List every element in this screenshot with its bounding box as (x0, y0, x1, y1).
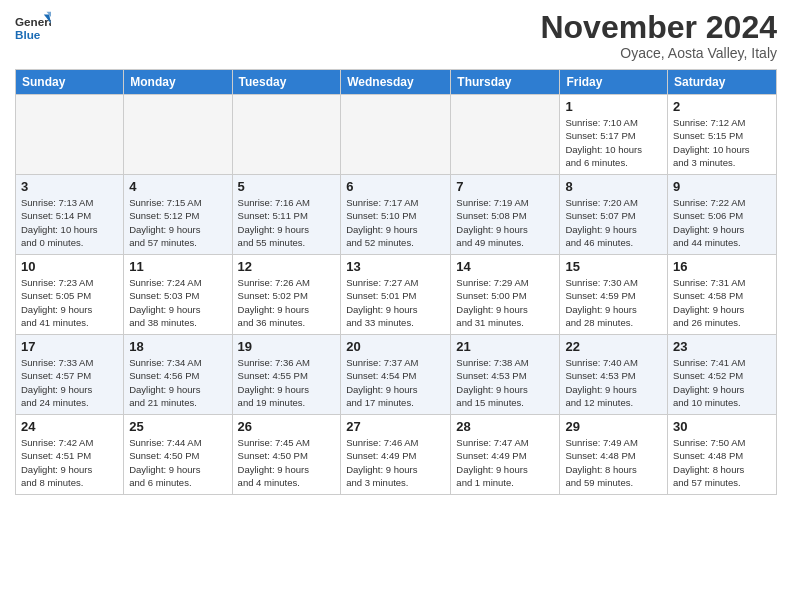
day-number: 9 (673, 179, 771, 194)
title-block: November 2024 Oyace, Aosta Valley, Italy (540, 10, 777, 61)
calendar-week-row: 10Sunrise: 7:23 AM Sunset: 5:05 PM Dayli… (16, 255, 777, 335)
calendar-week-row: 24Sunrise: 7:42 AM Sunset: 4:51 PM Dayli… (16, 415, 777, 495)
calendar-header-row: Sunday Monday Tuesday Wednesday Thursday… (16, 70, 777, 95)
day-info: Sunrise: 7:17 AM Sunset: 5:10 PM Dayligh… (346, 196, 445, 249)
day-info: Sunrise: 7:37 AM Sunset: 4:54 PM Dayligh… (346, 356, 445, 409)
table-row (16, 95, 124, 175)
day-number: 14 (456, 259, 554, 274)
table-row: 30Sunrise: 7:50 AM Sunset: 4:48 PM Dayli… (668, 415, 777, 495)
calendar-table: Sunday Monday Tuesday Wednesday Thursday… (15, 69, 777, 495)
table-row: 1Sunrise: 7:10 AM Sunset: 5:17 PM Daylig… (560, 95, 668, 175)
table-row (232, 95, 341, 175)
day-number: 29 (565, 419, 662, 434)
table-row: 22Sunrise: 7:40 AM Sunset: 4:53 PM Dayli… (560, 335, 668, 415)
table-row: 3Sunrise: 7:13 AM Sunset: 5:14 PM Daylig… (16, 175, 124, 255)
day-info: Sunrise: 7:46 AM Sunset: 4:49 PM Dayligh… (346, 436, 445, 489)
day-number: 28 (456, 419, 554, 434)
day-info: Sunrise: 7:33 AM Sunset: 4:57 PM Dayligh… (21, 356, 118, 409)
day-info: Sunrise: 7:38 AM Sunset: 4:53 PM Dayligh… (456, 356, 554, 409)
calendar-week-row: 3Sunrise: 7:13 AM Sunset: 5:14 PM Daylig… (16, 175, 777, 255)
table-row: 28Sunrise: 7:47 AM Sunset: 4:49 PM Dayli… (451, 415, 560, 495)
day-number: 25 (129, 419, 226, 434)
table-row (124, 95, 232, 175)
table-row: 16Sunrise: 7:31 AM Sunset: 4:58 PM Dayli… (668, 255, 777, 335)
table-row: 19Sunrise: 7:36 AM Sunset: 4:55 PM Dayli… (232, 335, 341, 415)
day-info: Sunrise: 7:22 AM Sunset: 5:06 PM Dayligh… (673, 196, 771, 249)
day-info: Sunrise: 7:23 AM Sunset: 5:05 PM Dayligh… (21, 276, 118, 329)
day-info: Sunrise: 7:49 AM Sunset: 4:48 PM Dayligh… (565, 436, 662, 489)
table-row: 21Sunrise: 7:38 AM Sunset: 4:53 PM Dayli… (451, 335, 560, 415)
table-row: 14Sunrise: 7:29 AM Sunset: 5:00 PM Dayli… (451, 255, 560, 335)
table-row: 12Sunrise: 7:26 AM Sunset: 5:02 PM Dayli… (232, 255, 341, 335)
table-row: 27Sunrise: 7:46 AM Sunset: 4:49 PM Dayli… (341, 415, 451, 495)
day-number: 4 (129, 179, 226, 194)
day-info: Sunrise: 7:12 AM Sunset: 5:15 PM Dayligh… (673, 116, 771, 169)
logo-icon: General Blue (15, 10, 51, 46)
table-row: 9Sunrise: 7:22 AM Sunset: 5:06 PM Daylig… (668, 175, 777, 255)
svg-text:General: General (15, 15, 51, 28)
day-info: Sunrise: 7:34 AM Sunset: 4:56 PM Dayligh… (129, 356, 226, 409)
day-number: 3 (21, 179, 118, 194)
day-number: 7 (456, 179, 554, 194)
day-number: 18 (129, 339, 226, 354)
table-row: 29Sunrise: 7:49 AM Sunset: 4:48 PM Dayli… (560, 415, 668, 495)
table-row: 25Sunrise: 7:44 AM Sunset: 4:50 PM Dayli… (124, 415, 232, 495)
day-number: 8 (565, 179, 662, 194)
day-info: Sunrise: 7:16 AM Sunset: 5:11 PM Dayligh… (238, 196, 336, 249)
table-row: 18Sunrise: 7:34 AM Sunset: 4:56 PM Dayli… (124, 335, 232, 415)
day-number: 19 (238, 339, 336, 354)
day-number: 20 (346, 339, 445, 354)
day-number: 21 (456, 339, 554, 354)
day-info: Sunrise: 7:30 AM Sunset: 4:59 PM Dayligh… (565, 276, 662, 329)
day-info: Sunrise: 7:29 AM Sunset: 5:00 PM Dayligh… (456, 276, 554, 329)
table-row: 2Sunrise: 7:12 AM Sunset: 5:15 PM Daylig… (668, 95, 777, 175)
day-info: Sunrise: 7:42 AM Sunset: 4:51 PM Dayligh… (21, 436, 118, 489)
day-number: 27 (346, 419, 445, 434)
col-thursday: Thursday (451, 70, 560, 95)
day-info: Sunrise: 7:19 AM Sunset: 5:08 PM Dayligh… (456, 196, 554, 249)
day-info: Sunrise: 7:20 AM Sunset: 5:07 PM Dayligh… (565, 196, 662, 249)
table-row: 8Sunrise: 7:20 AM Sunset: 5:07 PM Daylig… (560, 175, 668, 255)
col-friday: Friday (560, 70, 668, 95)
col-saturday: Saturday (668, 70, 777, 95)
col-sunday: Sunday (16, 70, 124, 95)
day-number: 5 (238, 179, 336, 194)
header: General Blue November 2024 Oyace, Aosta … (15, 10, 777, 61)
table-row: 4Sunrise: 7:15 AM Sunset: 5:12 PM Daylig… (124, 175, 232, 255)
month-title: November 2024 (540, 10, 777, 45)
table-row: 17Sunrise: 7:33 AM Sunset: 4:57 PM Dayli… (16, 335, 124, 415)
table-row: 7Sunrise: 7:19 AM Sunset: 5:08 PM Daylig… (451, 175, 560, 255)
col-monday: Monday (124, 70, 232, 95)
day-info: Sunrise: 7:26 AM Sunset: 5:02 PM Dayligh… (238, 276, 336, 329)
day-number: 13 (346, 259, 445, 274)
day-number: 16 (673, 259, 771, 274)
day-number: 17 (21, 339, 118, 354)
day-number: 10 (21, 259, 118, 274)
location: Oyace, Aosta Valley, Italy (540, 45, 777, 61)
day-number: 6 (346, 179, 445, 194)
day-info: Sunrise: 7:31 AM Sunset: 4:58 PM Dayligh… (673, 276, 771, 329)
svg-text:Blue: Blue (15, 28, 41, 41)
day-info: Sunrise: 7:27 AM Sunset: 5:01 PM Dayligh… (346, 276, 445, 329)
page-container: General Blue November 2024 Oyace, Aosta … (0, 0, 792, 612)
table-row: 24Sunrise: 7:42 AM Sunset: 4:51 PM Dayli… (16, 415, 124, 495)
table-row: 26Sunrise: 7:45 AM Sunset: 4:50 PM Dayli… (232, 415, 341, 495)
day-info: Sunrise: 7:40 AM Sunset: 4:53 PM Dayligh… (565, 356, 662, 409)
table-row: 6Sunrise: 7:17 AM Sunset: 5:10 PM Daylig… (341, 175, 451, 255)
day-info: Sunrise: 7:50 AM Sunset: 4:48 PM Dayligh… (673, 436, 771, 489)
logo: General Blue (15, 10, 51, 46)
table-row (451, 95, 560, 175)
day-info: Sunrise: 7:36 AM Sunset: 4:55 PM Dayligh… (238, 356, 336, 409)
col-wednesday: Wednesday (341, 70, 451, 95)
table-row (341, 95, 451, 175)
table-row: 5Sunrise: 7:16 AM Sunset: 5:11 PM Daylig… (232, 175, 341, 255)
day-info: Sunrise: 7:24 AM Sunset: 5:03 PM Dayligh… (129, 276, 226, 329)
day-number: 11 (129, 259, 226, 274)
day-info: Sunrise: 7:45 AM Sunset: 4:50 PM Dayligh… (238, 436, 336, 489)
table-row: 11Sunrise: 7:24 AM Sunset: 5:03 PM Dayli… (124, 255, 232, 335)
day-number: 2 (673, 99, 771, 114)
day-info: Sunrise: 7:47 AM Sunset: 4:49 PM Dayligh… (456, 436, 554, 489)
day-number: 23 (673, 339, 771, 354)
table-row: 23Sunrise: 7:41 AM Sunset: 4:52 PM Dayli… (668, 335, 777, 415)
day-number: 1 (565, 99, 662, 114)
